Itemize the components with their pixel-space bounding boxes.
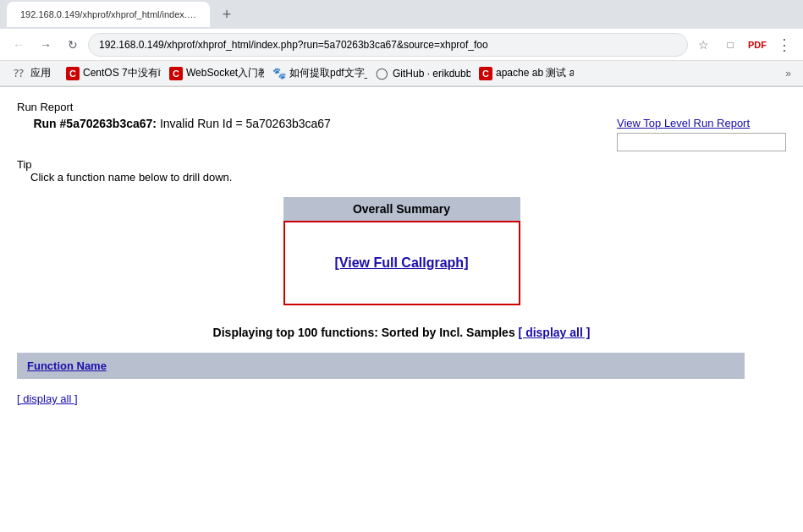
pdf-bookmark-icon: 🐾 bbox=[272, 67, 286, 80]
back-button[interactable]: ← bbox=[7, 33, 30, 57]
bookmark-pdf-label: 如何提取pdf文字_百 bbox=[289, 66, 367, 80]
tab-bar: 192.168.0.149/xhprof/xhprof_html/index.p… bbox=[0, 0, 803, 29]
view-top-level-link[interactable]: View Top Level Run Report bbox=[617, 117, 750, 129]
bookmark-apps-label: 应用 bbox=[30, 66, 51, 80]
run-info-left: Run #5a70263b3ca67: Invalid Run Id = 5a7… bbox=[17, 117, 331, 134]
bookmark-websocket[interactable]: C WebSocket入门教程 bbox=[162, 63, 264, 83]
run-info-row: Run #5a70263b3ca67: Invalid Run Id = 5a7… bbox=[17, 117, 786, 151]
bookmarks-bar: ⁇ 应用 C CentOS 7中没有ifco C WebSocket入门教程 🐾… bbox=[0, 61, 803, 86]
function-name-header: Function Name bbox=[17, 353, 745, 379]
bookmark-websocket-label: WebSocket入门教程 bbox=[186, 66, 264, 80]
cast-button[interactable]: □ bbox=[718, 33, 742, 57]
bookmark-github-label: GitHub · erikdubbe bbox=[393, 68, 470, 80]
bookmark-star-button[interactable]: ☆ bbox=[691, 33, 715, 57]
display-info: Displaying top 100 functions: Sorted by … bbox=[17, 326, 786, 339]
reload-button[interactable]: ↻ bbox=[61, 33, 85, 57]
new-tab-button[interactable]: + bbox=[217, 4, 237, 25]
overall-summary-header: Overall Summary bbox=[283, 197, 520, 221]
run-info-right: View Top Level Run Report bbox=[617, 117, 786, 151]
menu-button[interactable]: ⋮ bbox=[773, 33, 796, 57]
forward-button[interactable]: → bbox=[34, 33, 58, 57]
bookmark-apps[interactable]: ⁇ 应用 bbox=[7, 63, 58, 83]
display-all-bottom: [ display all ] bbox=[17, 392, 786, 405]
run-title: Run #5a70263b3ca67: Invalid Run Id = 5a7… bbox=[17, 117, 331, 130]
bookmark-apache[interactable]: C apache ab 测试 apr bbox=[472, 63, 574, 83]
function-table: Function Name bbox=[17, 353, 745, 379]
github-icon: ◯ bbox=[376, 67, 389, 80]
run-title-content: Invalid Run Id = 5a70263b3ca67 bbox=[160, 117, 331, 130]
tip-label: Tip bbox=[17, 158, 32, 171]
display-all-link-top[interactable]: [ display all ] bbox=[519, 326, 591, 339]
display-info-text: Displaying top 100 functions: Sorted by … bbox=[213, 326, 515, 339]
display-all-link-bottom[interactable]: [ display all ] bbox=[17, 392, 78, 405]
overall-summary-section: Overall Summary [View Full Callgraph] bbox=[17, 197, 786, 305]
active-tab[interactable]: 192.168.0.149/xhprof/xhprof_html/index.p… bbox=[7, 2, 210, 27]
tip-text: Click a function name below to drill dow… bbox=[17, 171, 232, 184]
view-full-callgraph-link[interactable]: [View Full Callgraph] bbox=[335, 255, 469, 271]
bookmark-centos-label: CentOS 7中没有ifco bbox=[83, 66, 161, 80]
apache-icon: C bbox=[479, 67, 492, 80]
bookmarks-more-button[interactable]: » bbox=[780, 65, 796, 82]
address-bar[interactable] bbox=[88, 33, 688, 57]
apps-icon: ⁇ bbox=[14, 67, 27, 80]
bookmark-pdf[interactable]: 🐾 如何提取pdf文字_百 bbox=[266, 63, 367, 83]
function-name-sort-link[interactable]: Function Name bbox=[27, 359, 107, 372]
bookmark-apache-label: apache ab 测试 apr bbox=[496, 66, 574, 80]
centos-icon: C bbox=[66, 67, 80, 80]
page-content: Run Report Run #5a70263b3ca67: Invalid R… bbox=[0, 87, 803, 419]
callgraph-box: [View Full Callgraph] bbox=[283, 221, 520, 305]
bookmark-centos[interactable]: C CentOS 7中没有ifco bbox=[59, 63, 161, 83]
browser-chrome: 192.168.0.149/xhprof/xhprof_html/index.p… bbox=[0, 0, 803, 87]
run-report-label: Run Report bbox=[17, 101, 786, 113]
bookmark-github[interactable]: ◯ GitHub · erikdubbe bbox=[369, 64, 470, 83]
websocket-icon: C bbox=[169, 67, 183, 80]
pdf-button[interactable]: PDF bbox=[745, 33, 769, 57]
tab-label: 192.168.0.149/xhprof/xhprof_html/index.p… bbox=[20, 9, 196, 19]
search-input[interactable] bbox=[617, 133, 786, 151]
navigation-toolbar: ← → ↻ ☆ □ PDF ⋮ bbox=[0, 29, 803, 61]
run-title-prefix: Run #5a70263b3ca67: bbox=[33, 117, 157, 130]
table-header-row: Function Name bbox=[17, 353, 745, 379]
tip-section: Tip Click a function name below to drill… bbox=[17, 158, 786, 184]
